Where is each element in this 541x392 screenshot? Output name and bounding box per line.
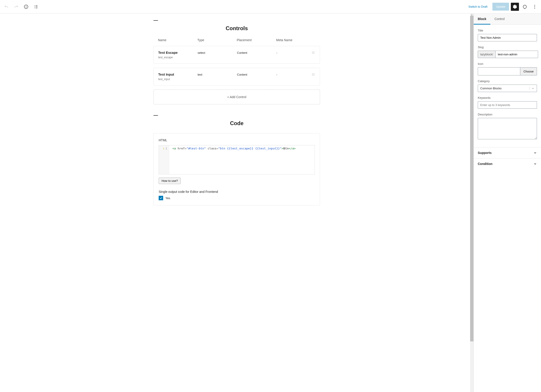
info-button[interactable] bbox=[22, 3, 30, 11]
undo-icon bbox=[4, 4, 9, 9]
update-button[interactable]: Update bbox=[492, 3, 509, 10]
choose-icon-button[interactable]: Choose bbox=[520, 67, 537, 75]
redo-button[interactable] bbox=[12, 3, 20, 11]
line-number: 1 bbox=[165, 147, 167, 150]
check-icon bbox=[159, 196, 162, 200]
control-type: text bbox=[198, 73, 237, 76]
control-placement: Content bbox=[237, 73, 276, 76]
sidebar-tabs: Block Control bbox=[474, 14, 541, 25]
controls-header: Name Type Placement Meta Name bbox=[153, 38, 320, 46]
control-name-block: Test Input test_input bbox=[158, 73, 198, 81]
controls-section-title: Controls bbox=[153, 25, 320, 31]
sidebar-body: Title Slug lazyblock/ Icon Choose Catego… bbox=[474, 25, 541, 147]
title-input[interactable] bbox=[478, 34, 537, 42]
svg-point-5 bbox=[535, 8, 535, 8]
code-content[interactable]: <a href="#test-btn" class="btn {{test_es… bbox=[169, 145, 315, 174]
icon-label: Icon bbox=[478, 62, 537, 65]
keywords-input[interactable] bbox=[478, 101, 537, 109]
supports-accordion[interactable]: Supports bbox=[474, 147, 541, 158]
tab-control[interactable]: Control bbox=[490, 14, 509, 25]
single-output-label: Single output code for Editor and Fronte… bbox=[159, 190, 315, 193]
top-bar-right: Switch to Draft Update bbox=[465, 3, 539, 11]
add-control-button[interactable]: + Add Control bbox=[153, 89, 320, 105]
outline-button[interactable] bbox=[32, 3, 40, 11]
drag-handle[interactable] bbox=[311, 51, 315, 55]
slug-prefix: lazyblock/ bbox=[478, 51, 495, 58]
layout: Controls Name Type Placement Meta Name T… bbox=[0, 14, 541, 392]
pin-icon bbox=[522, 4, 527, 9]
control-placement: Content bbox=[237, 51, 276, 54]
settings-button[interactable] bbox=[511, 3, 519, 11]
slug-label: Slug bbox=[478, 46, 537, 49]
more-vertical-icon bbox=[532, 4, 537, 9]
col-name: Name bbox=[158, 38, 197, 42]
icon-row: Choose bbox=[478, 67, 537, 75]
svg-point-1 bbox=[26, 6, 26, 6]
description-label: Description bbox=[478, 113, 537, 116]
code-card: HTML i1 <a href="#test-btn" class="btn {… bbox=[153, 133, 320, 205]
icon-preview bbox=[478, 67, 520, 75]
control-slug: test_escape bbox=[158, 56, 198, 59]
gear-icon bbox=[513, 5, 517, 9]
control-slug: test_input bbox=[158, 78, 198, 81]
code-gutter: i1 bbox=[159, 145, 169, 174]
redo-icon bbox=[14, 4, 19, 9]
scroll-up-arrow[interactable]: ▲ bbox=[470, 14, 473, 16]
drag-handle[interactable] bbox=[311, 73, 315, 77]
col-meta: Meta Name bbox=[276, 38, 316, 42]
main-inner: Controls Name Type Placement Meta Name T… bbox=[153, 20, 320, 205]
title-label: Title bbox=[478, 29, 537, 32]
chevron-down-icon bbox=[529, 87, 535, 90]
drag-icon bbox=[311, 73, 315, 77]
category-label: Category bbox=[478, 79, 537, 83]
section-divider bbox=[153, 115, 158, 116]
control-card[interactable]: Test Escape test_escape select Content - bbox=[153, 46, 320, 64]
pin-button[interactable] bbox=[521, 3, 529, 11]
category-select[interactable]: Common Blocks bbox=[478, 85, 537, 92]
tab-block[interactable]: Block bbox=[474, 14, 490, 25]
chevron-down-icon bbox=[533, 162, 537, 166]
col-type: Type bbox=[197, 38, 237, 42]
undo-button[interactable] bbox=[2, 3, 10, 11]
supports-label: Supports bbox=[478, 151, 491, 155]
svg-point-4 bbox=[535, 6, 535, 7]
control-type: select bbox=[198, 51, 237, 54]
control-card[interactable]: Test Input test_input text Content - bbox=[153, 68, 320, 85]
category-value: Common Blocks bbox=[480, 87, 502, 90]
code-section-title: Code bbox=[153, 120, 320, 126]
condition-accordion[interactable]: Condition bbox=[474, 158, 541, 169]
outline-icon bbox=[34, 4, 38, 9]
top-bar-left bbox=[2, 3, 40, 11]
description-textarea[interactable] bbox=[478, 118, 537, 139]
code-editor[interactable]: i1 <a href="#test-btn" class="btn {{test… bbox=[159, 145, 315, 174]
control-title: Test Input bbox=[158, 73, 198, 76]
sidebar: Block Control Title Slug lazyblock/ Icon… bbox=[473, 14, 541, 392]
control-meta: - bbox=[276, 73, 311, 76]
control-meta: - bbox=[276, 51, 311, 54]
warning-icon: i bbox=[163, 147, 164, 150]
scrollbar-thumb[interactable] bbox=[470, 16, 473, 341]
main-area[interactable]: Controls Name Type Placement Meta Name T… bbox=[0, 14, 473, 219]
main-wrap: Controls Name Type Placement Meta Name T… bbox=[0, 14, 473, 392]
info-icon bbox=[24, 4, 29, 9]
control-title: Test Escape bbox=[158, 51, 198, 54]
slug-input[interactable] bbox=[495, 51, 538, 58]
chevron-down-icon bbox=[533, 151, 537, 155]
condition-label: Condition bbox=[478, 162, 492, 166]
more-button[interactable] bbox=[531, 3, 539, 11]
svg-point-3 bbox=[535, 5, 535, 6]
slug-row: lazyblock/ bbox=[478, 51, 537, 58]
keywords-label: Keywords bbox=[478, 96, 537, 99]
drag-icon bbox=[311, 51, 315, 55]
code-section: Code HTML i1 <a href="#test-btn" class="… bbox=[153, 115, 320, 205]
how-to-use-button[interactable]: How to use? bbox=[159, 178, 181, 184]
section-divider bbox=[153, 20, 158, 21]
scrollbar-track[interactable]: ▲ bbox=[470, 14, 473, 392]
single-output-checkbox[interactable] bbox=[159, 196, 163, 200]
control-name-block: Test Escape test_escape bbox=[158, 51, 198, 59]
checkbox-label: Yes bbox=[165, 196, 170, 200]
checkbox-row: Yes bbox=[159, 196, 315, 200]
switch-to-draft-button[interactable]: Switch to Draft bbox=[465, 3, 491, 10]
top-bar: Switch to Draft Update bbox=[0, 0, 541, 14]
code-label: HTML bbox=[159, 138, 315, 142]
